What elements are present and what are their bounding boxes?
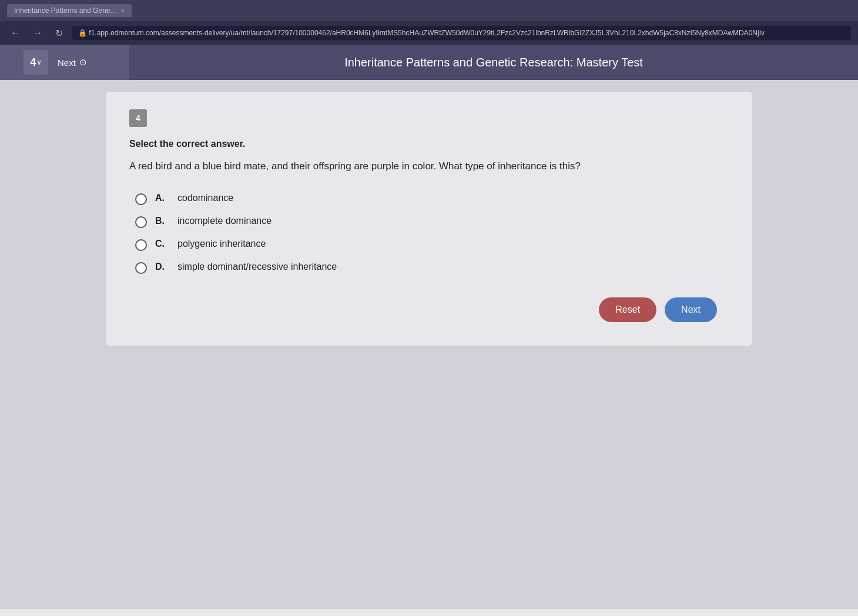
action-buttons: Reset Next <box>129 297 729 322</box>
radio-a[interactable] <box>135 193 147 205</box>
browser-tab[interactable]: Inheritance Patterns and Gene... × <box>7 4 132 17</box>
question-nav: 4 ∨ Next ⊙ <box>12 50 99 75</box>
answer-text-d: simple dominant/recessive inheritance <box>177 262 337 272</box>
question-instruction: Select the correct answer. <box>129 139 729 149</box>
address-bar[interactable]: 🔒 f1.app.edmentum.com/assessments-delive… <box>72 26 851 40</box>
main-content: 4 Select the correct answer. A red bird … <box>0 80 858 609</box>
next-button[interactable]: Next <box>665 297 717 322</box>
answer-option-a[interactable]: A. codominance <box>135 193 729 205</box>
lock-icon: 🔒 <box>78 29 87 37</box>
answer-options: A. codominance B. incomplete dominance C… <box>135 193 729 274</box>
header-next-label: Next <box>58 58 76 68</box>
question-card: 4 Select the correct answer. A red bird … <box>106 92 752 346</box>
tab-close-icon[interactable]: × <box>120 7 124 14</box>
answer-label-c: C. <box>155 239 169 249</box>
app-title: Inheritance Patterns and Genetic Researc… <box>129 56 858 69</box>
radio-b[interactable] <box>135 216 147 228</box>
address-bar-row: ← → ↻ 🔒 f1.app.edmentum.com/assessments-… <box>0 21 858 45</box>
header-next-button[interactable]: Next ⊙ <box>58 57 87 68</box>
answer-option-d[interactable]: D. simple dominant/recessive inheritance <box>135 262 729 274</box>
tab-title: Inheritance Patterns and Gene... <box>14 6 116 15</box>
answer-option-c[interactable]: C. polygenic inheritance <box>135 239 729 251</box>
reset-button[interactable]: Reset <box>599 297 656 322</box>
app-header: 4 ∨ Next ⊙ Inheritance Patterns and Gene… <box>0 45 858 80</box>
chevron-down-icon: ∨ <box>36 58 42 66</box>
app-header-left: 4 ∨ Next ⊙ <box>0 45 129 80</box>
answer-label-b: B. <box>155 216 169 226</box>
browser-tab-bar: Inheritance Patterns and Gene... × <box>0 0 858 21</box>
header-next-icon: ⊙ <box>79 57 87 68</box>
refresh-button[interactable]: ↻ <box>52 26 66 40</box>
answer-label-a: A. <box>155 193 169 203</box>
answer-text-b: incomplete dominance <box>177 216 272 226</box>
question-text: A red bird and a blue bird mate, and the… <box>129 159 729 174</box>
question-number-box: 4 <box>129 109 147 127</box>
question-number-badge: 4 ∨ <box>24 50 48 75</box>
radio-c[interactable] <box>135 239 147 251</box>
answer-text-c: polygenic inheritance <box>177 239 266 249</box>
answer-option-b[interactable]: B. incomplete dominance <box>135 216 729 228</box>
url-text: f1.app.edmentum.com/assessments-delivery… <box>89 29 765 37</box>
answer-label-d: D. <box>155 262 169 272</box>
forward-button[interactable]: → <box>29 26 46 39</box>
back-button[interactable]: ← <box>7 26 24 39</box>
radio-d[interactable] <box>135 262 147 274</box>
answer-text-a: codominance <box>177 193 233 203</box>
